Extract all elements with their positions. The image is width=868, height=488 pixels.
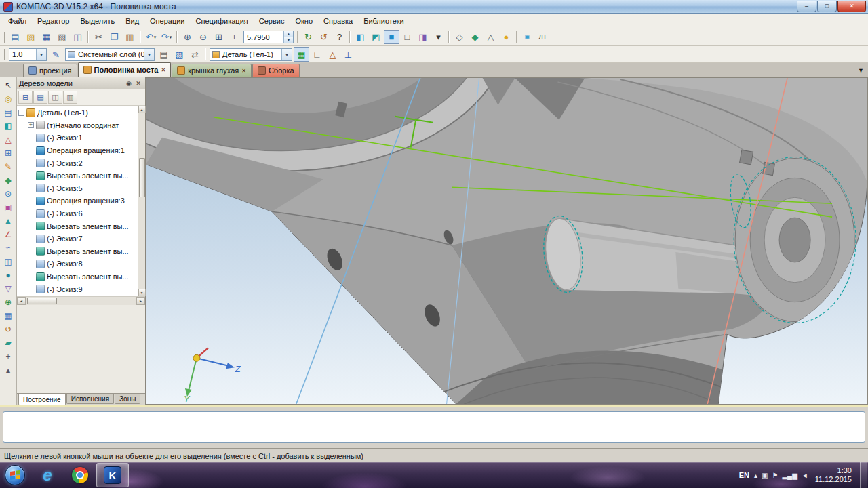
wireframe-view-icon[interactable]: □	[399, 30, 415, 44]
copy-icon[interactable]: ❐	[106, 30, 122, 44]
document-tab[interactable]: Половинка моста ✕	[78, 62, 172, 77]
tree-vertical-scrollbar[interactable]: ▲ ▼	[138, 106, 145, 296]
tree-item[interactable]: - Деталь (Тел-1)	[17, 106, 138, 119]
menu-item[interactable]: Сервис	[254, 15, 290, 27]
part-combo[interactable]: Деталь (Тел-1) ▾	[210, 48, 292, 61]
rotate-view-icon[interactable]: ↺	[316, 30, 332, 44]
spin-up-icon[interactable]: ▲	[284, 31, 293, 37]
open-document-icon[interactable]: ▨	[23, 30, 39, 44]
tree-extra-icon[interactable]: ▥	[63, 91, 77, 104]
tree-expander[interactable]: +	[28, 122, 34, 128]
cut-icon[interactable]: ✂	[91, 30, 106, 44]
tree-item[interactable]: (-) Эскиз:5	[17, 182, 138, 195]
tree-bottom-tab[interactable]: Исполнения	[66, 394, 114, 404]
tab-list-arrow-icon[interactable]: ▼	[858, 67, 864, 74]
zoom-area-icon[interactable]: ⊞	[211, 30, 226, 44]
tab-close-icon[interactable]: ✕	[161, 67, 165, 73]
grid-icon[interactable]: ▦	[294, 47, 309, 62]
close-icon[interactable]: ✕	[134, 80, 143, 87]
help-pointer-icon[interactable]: ?	[332, 30, 347, 44]
ortho-icon[interactable]: ⊥	[340, 47, 356, 62]
scale-combo[interactable]: 1.0 ▾	[9, 48, 47, 61]
rotate-icon[interactable]: ↺	[1, 323, 15, 336]
more-icon[interactable]: ▴	[1, 363, 15, 376]
tree-panel-header[interactable]: Дерево модели ◉ ✕	[17, 77, 145, 89]
clock[interactable]: 1:30 11.12.2015	[815, 466, 852, 484]
language-indicator[interactable]: EN	[739, 471, 749, 479]
pan-icon[interactable]: +	[226, 30, 242, 44]
refresh-icon[interactable]: ↻	[300, 30, 316, 44]
scroll-right-icon[interactable]: ►	[136, 297, 145, 305]
orientation-icon[interactable]: ▾	[431, 30, 446, 44]
lamp-icon[interactable]: ●	[498, 30, 514, 44]
surface-icon[interactable]: ◧	[1, 119, 15, 132]
menu-item[interactable]: Справка	[318, 15, 358, 27]
minimize-button[interactable]: –	[797, 1, 816, 12]
tree-item[interactable]: Операция вращения:1	[17, 144, 138, 157]
tree-horizontal-scrollbar[interactable]: ◄ ►	[17, 296, 145, 305]
swap-icon[interactable]: ⇄	[187, 47, 203, 62]
paste-icon[interactable]: ▥	[122, 30, 138, 44]
vertical-scroll-thumb[interactable]	[139, 158, 145, 197]
zoom-spinner[interactable]: ▲▼	[283, 31, 293, 43]
dropdown-arrow-icon[interactable]: ▾	[144, 49, 154, 60]
pin-icon[interactable]: ◉	[124, 80, 134, 87]
plane-icon[interactable]: ▣	[1, 201, 15, 214]
layer-combo[interactable]: Системный слой (0) ▾	[65, 48, 155, 61]
tree-item[interactable]: Вырезать элемент вы...	[17, 169, 138, 182]
grid-panel-icon[interactable]: ▦	[1, 309, 15, 322]
menu-item[interactable]: Выделить	[75, 15, 120, 27]
tree-item[interactable]: Операция вращения:3	[17, 195, 138, 207]
menu-item[interactable]: Файл	[3, 15, 32, 27]
menu-item[interactable]: Редактор	[32, 15, 75, 27]
circle-icon[interactable]: ⊙	[1, 187, 15, 200]
measure-icon[interactable]: ▰	[1, 336, 15, 349]
zoom-scale-combo[interactable]: 5.7950 ▲▼	[243, 30, 294, 43]
redo-icon[interactable]: ↷▾	[159, 30, 174, 44]
save-icon[interactable]: ▦	[39, 30, 54, 44]
constraint-icon[interactable]: △	[1, 133, 15, 146]
volume-icon[interactable]: ◄	[802, 472, 808, 479]
shaded-view-icon[interactable]: ■	[384, 30, 399, 44]
spin-down-icon[interactable]: ▼	[284, 37, 293, 43]
tree-bottom-tab[interactable]: Зоны	[115, 394, 140, 404]
perspective-icon[interactable]: △	[483, 30, 498, 44]
dropdown-arrow-icon[interactable]: ▾	[281, 49, 292, 60]
plus-icon[interactable]: +	[1, 350, 15, 363]
tree-item[interactable]: (-) Эскиз:9	[17, 283, 138, 296]
tree-item[interactable]: (-) Эскиз:2	[17, 157, 138, 169]
view-cube-front-icon[interactable]: ◧	[353, 30, 368, 44]
tree-composition-icon[interactable]: ▤	[33, 91, 47, 104]
maximize-button[interactable]: □	[817, 1, 837, 12]
axis-icon[interactable]: ▲	[1, 214, 15, 227]
tray-app-icon[interactable]: ▣	[762, 472, 768, 479]
3d-viewport[interactable]: Z Y	[146, 77, 868, 405]
toolbar-grip[interactable]	[3, 49, 5, 60]
add-feature-icon[interactable]: ⊕	[1, 296, 15, 308]
tree-expander[interactable]: -	[18, 110, 24, 116]
tree-item[interactable]: Вырезать элемент вы...	[17, 270, 138, 283]
array-icon[interactable]: ⊞	[1, 146, 15, 159]
coordinate-icon[interactable]: ◎	[1, 92, 15, 105]
network-icon[interactable]: ▂▄▆	[782, 472, 797, 479]
view-cube-iso-icon[interactable]: ◩	[368, 30, 384, 44]
angle-icon[interactable]: ∠	[1, 228, 15, 241]
section-view-icon[interactable]: ◨	[415, 30, 431, 44]
section-icon[interactable]: ◫	[1, 255, 15, 268]
spline-icon[interactable]: ≈	[1, 241, 15, 254]
layer-states-icon[interactable]: ▤	[156, 47, 172, 62]
flag-icon[interactable]: ⚑	[772, 472, 778, 479]
menu-item[interactable]: Операции	[144, 15, 190, 27]
tab-close-icon[interactable]: ✕	[241, 68, 246, 74]
title-bar[interactable]: КОМПАС-3D V15.2 x64 - Половинка моста – …	[0, 0, 868, 14]
snap-icon[interactable]: △	[325, 47, 340, 62]
geometry-icon[interactable]: ▤	[1, 106, 15, 119]
point-icon[interactable]: ●	[1, 268, 15, 281]
menu-item[interactable]: Спецификация	[191, 15, 254, 27]
zoom-out-icon[interactable]: ⊖	[195, 30, 211, 44]
menu-item[interactable]: Вид	[120, 15, 144, 27]
menu-item[interactable]: Окно	[290, 15, 318, 27]
image-icon[interactable]: ▣	[519, 30, 535, 44]
document-tab[interactable]: проекция	[23, 64, 77, 77]
dropdown-arrow-icon[interactable]: ▾	[36, 49, 46, 60]
